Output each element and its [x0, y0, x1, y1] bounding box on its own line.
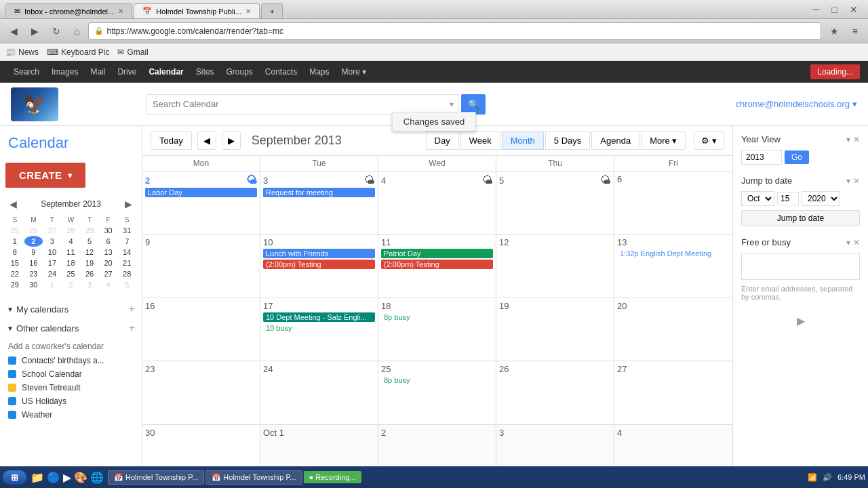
star-button[interactable]: ★ [825, 23, 844, 39]
calendar-item[interactable]: Contacts' birthdays a... [5, 354, 136, 367]
settings-button[interactable]: ⚙ ▾ [694, 131, 724, 150]
search-input[interactable] [147, 99, 446, 109]
forward-button[interactable]: ▶ [26, 23, 43, 39]
calendar-event[interactable]: (2:00pm) Testing [263, 260, 375, 269]
close-button[interactable]: ✕ [845, 1, 863, 18]
mini-cal-day[interactable]: 14 [117, 247, 136, 258]
calendar-event[interactable]: 8p busy [381, 312, 493, 322]
freebusy-dropdown[interactable]: ▾ [846, 238, 850, 247]
view-day-button[interactable]: Day [426, 131, 459, 150]
calendar-cell[interactable]: 5🌤 [496, 171, 614, 235]
mini-cal-day[interactable]: 18 [62, 258, 81, 268]
ie-icon[interactable]: 🔵 [47, 471, 60, 484]
nav-drive[interactable]: Drive [112, 64, 142, 79]
view-week-button[interactable]: Week [460, 131, 500, 150]
mini-cal-day[interactable]: 5 [80, 236, 99, 247]
calendar-cell[interactable]: 9 [142, 235, 260, 298]
mini-cal-day[interactable]: 23 [24, 268, 43, 279]
calendar-cell[interactable]: 16 [142, 298, 260, 361]
other-calendars-add-button[interactable]: + [129, 323, 135, 333]
other-calendars-section[interactable]: ▼ Other calendars + [5, 320, 136, 336]
tab-close-icon[interactable]: ✕ [245, 7, 251, 15]
tab-close-icon[interactable]: ✕ [118, 7, 123, 15]
mini-cal-day[interactable]: 27 [99, 268, 118, 279]
mini-cal-day[interactable]: 9 [24, 247, 43, 258]
minimize-button[interactable]: ─ [808, 1, 825, 18]
calendar-cell[interactable]: 4🌤 [378, 171, 496, 235]
bookmark-news[interactable]: 📰 News [5, 47, 39, 57]
calendar-event[interactable]: 1:32p English Dept Meeting [617, 249, 730, 258]
month-select[interactable]: Oct [741, 191, 774, 206]
search-dropdown-arrow[interactable]: ▾ [446, 100, 458, 109]
nav-groups[interactable]: Groups [220, 64, 258, 79]
year-view-dropdown[interactable]: ▾ [846, 135, 850, 144]
calendar-cell[interactable]: 11Patriot Day(2:00pm) Testing [378, 235, 496, 298]
go-button[interactable]: Go [785, 150, 809, 164]
user-email[interactable]: chrome@holmdelschools.org [735, 99, 850, 109]
mini-cal-day[interactable]: 2 [24, 236, 43, 247]
calendar-cell[interactable]: 19 [496, 298, 614, 361]
mini-cal-day[interactable]: 24 [43, 268, 62, 279]
bookmark-keyboard[interactable]: ⌨ Keyboard Pic [47, 47, 109, 57]
account-dropdown-arrow[interactable]: ▾ [852, 99, 857, 109]
file-manager-icon[interactable]: 📁 [31, 471, 44, 484]
calendar-event[interactable]: 10 busy [263, 323, 375, 333]
mini-cal-day[interactable]: 12 [80, 247, 99, 258]
next-button[interactable]: ▶ [222, 131, 241, 150]
view-5days-button[interactable]: 5 Days [545, 131, 590, 150]
mini-cal-day[interactable]: 27 [43, 225, 62, 236]
my-calendars-section[interactable]: ▼ My calendars + [5, 301, 136, 317]
mini-cal-day[interactable]: 1 [43, 279, 62, 290]
mini-cal-day[interactable]: 13 [99, 247, 118, 258]
calendar-item[interactable]: US Holidays [5, 394, 136, 408]
recording-button[interactable]: ● Recording... [304, 471, 361, 483]
mini-cal-day[interactable]: 26 [80, 268, 99, 279]
media-icon[interactable]: ▶ [63, 471, 71, 484]
year-input[interactable] [741, 150, 782, 165]
calendar-cell[interactable]: 24 [260, 361, 378, 424]
panel-expand-button[interactable]: ▶ [741, 312, 860, 330]
nav-maps[interactable]: Maps [304, 64, 334, 79]
mini-cal-day[interactable]: 7 [117, 236, 136, 247]
mini-cal-day[interactable]: 1 [5, 236, 24, 247]
mini-cal-day[interactable]: 3 [80, 279, 99, 290]
calendar-item[interactable]: Weather [5, 408, 136, 422]
nav-contacts[interactable]: Contacts [260, 64, 302, 79]
search-button[interactable]: 🔍 [461, 94, 486, 115]
tab-new[interactable]: + [261, 3, 283, 18]
refresh-button[interactable]: ↻ [47, 23, 65, 39]
mini-cal-day[interactable]: 26 [24, 225, 43, 236]
calendar-cell[interactable]: 3🌤Request for meeting [260, 171, 378, 235]
calendar-cell[interactable]: 26 [496, 361, 614, 424]
calendar-cell[interactable]: 131:32p English Dept Meeting [614, 235, 732, 298]
mini-cal-day[interactable]: 6 [99, 236, 118, 247]
tab-calendar[interactable]: 📅 Holmdel Township Publi... ✕ [134, 3, 260, 18]
mini-cal-day[interactable]: 2 [62, 279, 81, 290]
jump-dropdown[interactable]: ▾ [846, 176, 850, 186]
mini-cal-day[interactable]: 30 [99, 225, 118, 236]
calendar-cell[interactable]: 27 [614, 361, 732, 424]
freebusy-input[interactable] [741, 253, 860, 280]
mini-cal-day[interactable]: 29 [80, 225, 99, 236]
nav-calendar[interactable]: Calendar [143, 64, 189, 79]
back-button[interactable]: ◀ [5, 23, 22, 39]
mini-cal-day[interactable]: 19 [80, 258, 99, 268]
calendar-cell[interactable]: 10Lunch with Friends(2:00pm) Testing [260, 235, 378, 298]
calendar-cell[interactable]: 12 [496, 235, 614, 298]
taskbar-item-2[interactable]: 📅 Holmdel Township P... [205, 470, 302, 485]
home-button[interactable]: ⌂ [69, 23, 84, 39]
mini-cal-next-button[interactable]: ▶ [122, 199, 135, 209]
view-month-button[interactable]: Month [502, 131, 544, 150]
calendar-cell[interactable]: 258p busy [378, 361, 496, 424]
start-button[interactable]: ⊞ [3, 470, 26, 485]
nav-images[interactable]: Images [46, 64, 83, 79]
mini-cal-prev-button[interactable]: ◀ [7, 199, 20, 209]
prev-button[interactable]: ◀ [197, 131, 216, 150]
calendar-cell[interactable]: 188p busy [378, 298, 496, 361]
calendar-event[interactable]: Patriot Day [381, 249, 493, 258]
jump-close[interactable]: ✕ [853, 176, 860, 186]
today-button[interactable]: Today [151, 131, 192, 150]
create-button[interactable]: CREATE ▾ [5, 163, 85, 188]
year-view-close[interactable]: ✕ [853, 135, 860, 144]
menu-button[interactable]: ≡ [848, 23, 863, 39]
